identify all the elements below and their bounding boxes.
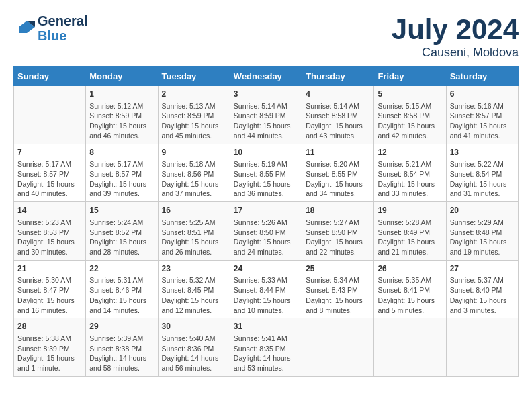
day-of-week-header: Saturday [446, 67, 518, 86]
calendar-cell [374, 318, 446, 377]
day-number: 2 [162, 89, 226, 100]
calendar-cell: 22Sunrise: 5:31 AM Sunset: 8:46 PM Dayli… [86, 260, 158, 318]
day-info: Sunrise: 5:40 AM Sunset: 8:36 PM Dayligh… [162, 334, 226, 373]
day-info: Sunrise: 5:17 AM Sunset: 8:57 PM Dayligh… [89, 159, 154, 199]
calendar-cell: 23Sunrise: 5:32 AM Sunset: 8:45 PM Dayli… [158, 260, 230, 318]
day-info: Sunrise: 5:39 AM Sunset: 8:38 PM Dayligh… [89, 334, 154, 373]
day-number: 20 [450, 205, 515, 216]
day-number: 18 [306, 205, 370, 216]
calendar-week-row: 7Sunrise: 5:17 AM Sunset: 8:57 PM Daylig… [14, 144, 519, 202]
calendar-cell: 12Sunrise: 5:21 AM Sunset: 8:54 PM Dayli… [374, 144, 446, 202]
calendar-cell: 29Sunrise: 5:39 AM Sunset: 8:38 PM Dayli… [86, 318, 158, 377]
calendar-cell: 8Sunrise: 5:17 AM Sunset: 8:57 PM Daylig… [86, 144, 158, 202]
calendar-cell: 30Sunrise: 5:40 AM Sunset: 8:36 PM Dayli… [158, 318, 230, 377]
calendar-cell: 4Sunrise: 5:14 AM Sunset: 8:58 PM Daylig… [302, 86, 374, 144]
logo-text-blue: Blue [38, 28, 87, 43]
day-info: Sunrise: 5:14 AM Sunset: 8:59 PM Dayligh… [234, 101, 298, 141]
calendar-cell: 27Sunrise: 5:37 AM Sunset: 8:40 PM Dayli… [446, 260, 518, 318]
title-block: July 2024 Causeni, Moldova [392, 13, 519, 60]
day-number: 7 [17, 147, 82, 158]
calendar-cell: 18Sunrise: 5:27 AM Sunset: 8:50 PM Dayli… [302, 202, 374, 261]
day-info: Sunrise: 5:23 AM Sunset: 8:53 PM Dayligh… [17, 218, 82, 257]
day-info: Sunrise: 5:24 AM Sunset: 8:52 PM Dayligh… [89, 218, 154, 257]
calendar-cell: 16Sunrise: 5:25 AM Sunset: 8:51 PM Dayli… [158, 202, 230, 261]
day-info: Sunrise: 5:14 AM Sunset: 8:58 PM Dayligh… [306, 101, 370, 141]
day-number: 24 [234, 263, 298, 275]
day-number: 11 [306, 147, 370, 158]
page-header: General Blue July 2024 Causeni, Moldova [13, 13, 519, 60]
day-info: Sunrise: 5:20 AM Sunset: 8:55 PM Dayligh… [306, 159, 370, 199]
day-number: 23 [162, 263, 226, 275]
day-info: Sunrise: 5:37 AM Sunset: 8:40 PM Dayligh… [450, 275, 515, 315]
calendar-cell: 25Sunrise: 5:34 AM Sunset: 8:43 PM Dayli… [302, 260, 374, 318]
calendar-week-row: 14Sunrise: 5:23 AM Sunset: 8:53 PM Dayli… [14, 202, 519, 261]
calendar-cell: 28Sunrise: 5:38 AM Sunset: 8:39 PM Dayli… [14, 318, 86, 377]
day-info: Sunrise: 5:16 AM Sunset: 8:57 PM Dayligh… [450, 101, 515, 141]
logo: General Blue [13, 13, 87, 43]
calendar-cell: 10Sunrise: 5:19 AM Sunset: 8:55 PM Dayli… [230, 144, 302, 202]
day-number: 16 [162, 205, 226, 216]
calendar-week-row: 1Sunrise: 5:12 AM Sunset: 8:59 PM Daylig… [14, 86, 519, 144]
day-number: 28 [17, 321, 82, 332]
day-of-week-header: Tuesday [158, 67, 230, 86]
calendar-week-row: 28Sunrise: 5:38 AM Sunset: 8:39 PM Dayli… [14, 318, 519, 377]
day-number: 8 [89, 147, 154, 158]
day-number: 17 [234, 205, 298, 216]
calendar-title: July 2024 [392, 13, 519, 46]
day-info: Sunrise: 5:41 AM Sunset: 8:35 PM Dayligh… [234, 334, 298, 373]
day-info: Sunrise: 5:17 AM Sunset: 8:57 PM Dayligh… [17, 159, 82, 199]
calendar-subtitle: Causeni, Moldova [392, 46, 519, 60]
day-number: 4 [306, 89, 370, 100]
calendar-cell: 3Sunrise: 5:14 AM Sunset: 8:59 PM Daylig… [230, 86, 302, 144]
calendar-cell: 21Sunrise: 5:30 AM Sunset: 8:47 PM Dayli… [14, 260, 86, 318]
calendar-cell [446, 318, 518, 377]
calendar-cell: 20Sunrise: 5:29 AM Sunset: 8:48 PM Dayli… [446, 202, 518, 261]
calendar-cell: 17Sunrise: 5:26 AM Sunset: 8:50 PM Dayli… [230, 202, 302, 261]
day-info: Sunrise: 5:32 AM Sunset: 8:45 PM Dayligh… [162, 275, 226, 315]
day-info: Sunrise: 5:18 AM Sunset: 8:56 PM Dayligh… [162, 159, 226, 199]
logo-text-general: General [38, 13, 87, 28]
calendar-cell: 31Sunrise: 5:41 AM Sunset: 8:35 PM Dayli… [230, 318, 302, 377]
day-number: 12 [378, 147, 442, 158]
day-info: Sunrise: 5:13 AM Sunset: 8:59 PM Dayligh… [162, 101, 226, 141]
day-info: Sunrise: 5:34 AM Sunset: 8:43 PM Dayligh… [306, 275, 370, 315]
calendar-cell: 9Sunrise: 5:18 AM Sunset: 8:56 PM Daylig… [158, 144, 230, 202]
day-number: 25 [306, 263, 370, 275]
calendar-cell: 6Sunrise: 5:16 AM Sunset: 8:57 PM Daylig… [446, 86, 518, 144]
calendar-cell: 5Sunrise: 5:15 AM Sunset: 8:58 PM Daylig… [374, 86, 446, 144]
day-number: 13 [450, 147, 515, 158]
day-number: 19 [378, 205, 442, 216]
calendar-cell: 11Sunrise: 5:20 AM Sunset: 8:55 PM Dayli… [302, 144, 374, 202]
day-info: Sunrise: 5:26 AM Sunset: 8:50 PM Dayligh… [234, 218, 298, 257]
day-number: 1 [89, 89, 154, 100]
day-number: 6 [450, 89, 515, 100]
day-info: Sunrise: 5:15 AM Sunset: 8:58 PM Dayligh… [378, 101, 442, 141]
calendar-cell [14, 86, 86, 144]
day-of-week-header: Monday [86, 67, 158, 86]
calendar-cell: 2Sunrise: 5:13 AM Sunset: 8:59 PM Daylig… [158, 86, 230, 144]
calendar-header-row: SundayMondayTuesdayWednesdayThursdayFrid… [14, 67, 519, 86]
calendar-cell: 1Sunrise: 5:12 AM Sunset: 8:59 PM Daylig… [86, 86, 158, 144]
day-info: Sunrise: 5:31 AM Sunset: 8:46 PM Dayligh… [89, 275, 154, 315]
calendar-cell: 24Sunrise: 5:33 AM Sunset: 8:44 PM Dayli… [230, 260, 302, 318]
calendar-cell: 26Sunrise: 5:35 AM Sunset: 8:41 PM Dayli… [374, 260, 446, 318]
day-number: 29 [89, 321, 154, 332]
calendar-cell: 15Sunrise: 5:24 AM Sunset: 8:52 PM Dayli… [86, 202, 158, 261]
day-number: 30 [162, 321, 226, 332]
day-info: Sunrise: 5:22 AM Sunset: 8:54 PM Dayligh… [450, 159, 515, 199]
day-number: 9 [162, 147, 226, 158]
day-number: 27 [450, 263, 515, 275]
day-of-week-header: Wednesday [230, 67, 302, 86]
day-of-week-header: Thursday [302, 67, 374, 86]
day-info: Sunrise: 5:27 AM Sunset: 8:50 PM Dayligh… [306, 218, 370, 257]
day-number: 15 [89, 205, 154, 216]
day-number: 26 [378, 263, 442, 275]
calendar-cell: 14Sunrise: 5:23 AM Sunset: 8:53 PM Dayli… [14, 202, 86, 261]
day-info: Sunrise: 5:30 AM Sunset: 8:47 PM Dayligh… [17, 275, 82, 315]
day-number: 10 [234, 147, 298, 158]
day-number: 14 [17, 205, 82, 216]
day-info: Sunrise: 5:29 AM Sunset: 8:48 PM Dayligh… [450, 218, 515, 257]
day-info: Sunrise: 5:21 AM Sunset: 8:54 PM Dayligh… [378, 159, 442, 199]
day-info: Sunrise: 5:25 AM Sunset: 8:51 PM Dayligh… [162, 218, 226, 257]
calendar-cell: 13Sunrise: 5:22 AM Sunset: 8:54 PM Dayli… [446, 144, 518, 202]
